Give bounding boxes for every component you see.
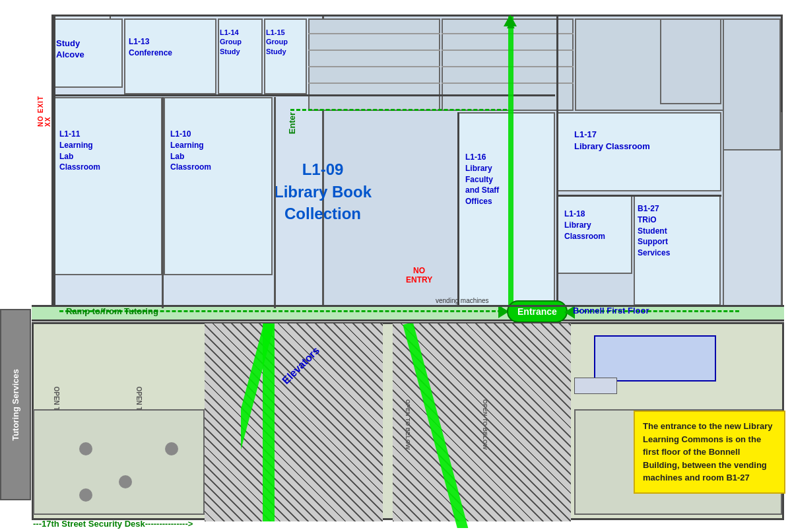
no-entry-label: NOENTRY <box>406 266 432 284</box>
vending-machines-label: vending machines <box>436 297 489 304</box>
l1-09-label: L1-09Library BookCollection <box>274 158 372 225</box>
info-box-text: The entrance to the new Library Learning… <box>643 420 776 484</box>
b1-27-label: B1-27TRiOStudentSupportServices <box>638 203 670 259</box>
info-box: The entrance to the new Library Learning… <box>634 411 785 494</box>
l1-16-label: L1-16LibraryFacultyand StaffOffices <box>465 152 499 207</box>
l1-14-label: L1-14GroupStudy <box>220 28 242 56</box>
l1-17-label: L1-17Library Classroom <box>574 129 650 152</box>
enter-label: Enter <box>287 112 297 134</box>
street-label: ---17th Street Security Desk------------… <box>33 519 193 529</box>
open-to-below-4: OPEN TO BELOW <box>482 399 488 449</box>
green-dashed-top <box>290 109 507 111</box>
map-container: Study Alcove L1-13Conference L1-14GroupS… <box>0 0 792 532</box>
l1-15-label: L1-15GroupStudy <box>266 28 288 56</box>
study-alcove-label: Study Alcove <box>56 38 84 61</box>
l1-13-label: L1-13Conference <box>129 36 172 59</box>
entrance-button[interactable]: Entrance <box>507 300 568 323</box>
tutoring-services-sidebar: Tutoring Services <box>0 309 31 500</box>
green-vertical-path <box>508 17 513 309</box>
tutoring-services-label: Tutoring Services <box>11 369 20 441</box>
ramp-label: Ramp to/from Tutoring <box>66 306 158 316</box>
l1-10-label: L1-10LearningLabClassroom <box>170 129 211 173</box>
l1-18-label: L1-18LibraryClassroom <box>564 209 605 242</box>
l1-11-label: L1-11LearningLabClassroom <box>59 129 100 173</box>
open-to-below-3: OPEN TO BELOW <box>405 399 411 449</box>
bonnell-first-floor-label: Bonnell First Floor <box>573 306 649 316</box>
no-exit-label: NO EXITXX <box>37 96 51 127</box>
